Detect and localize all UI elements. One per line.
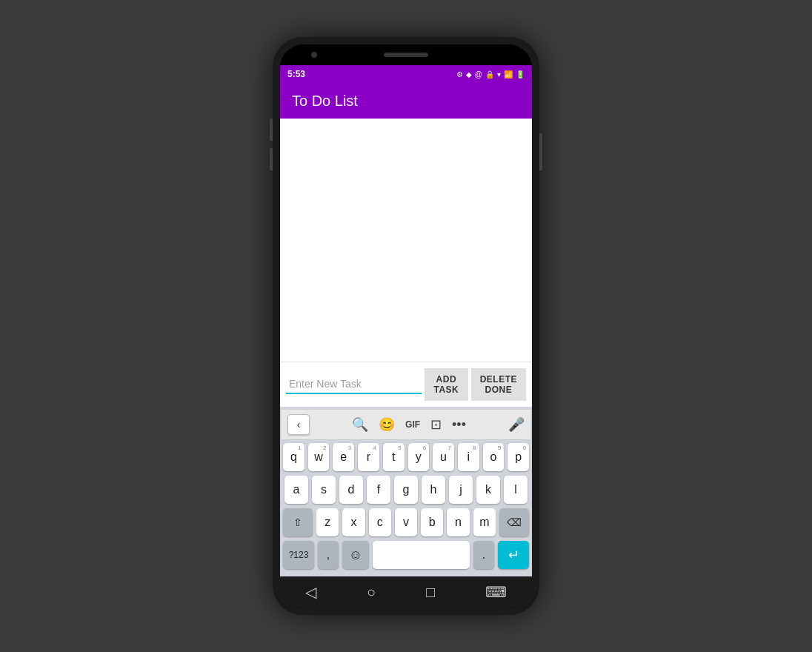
speaker: [384, 53, 428, 57]
keyboard-row-4: ?123 , ☺ . ↵: [283, 541, 529, 569]
diamond-status-icon: ◆: [466, 70, 472, 79]
signal-status-icon: 📶: [504, 70, 513, 79]
key-t[interactable]: 5t: [383, 443, 405, 471]
more-icon[interactable]: •••: [452, 417, 466, 433]
keyboard-back-button[interactable]: ‹: [287, 414, 310, 435]
backspace-key[interactable]: ⌫: [499, 508, 529, 536]
key-p[interactable]: 0p: [508, 443, 529, 471]
app-title: To Do List: [292, 93, 358, 110]
key-y-num: 6: [423, 445, 426, 451]
keyboard-row-1: 1q 2w 3e 4r 5t 6y 7u 8i 9o 0p: [283, 443, 529, 471]
app-bar: To Do List: [280, 83, 532, 119]
key-e-num: 3: [348, 445, 351, 451]
key-y[interactable]: 6y: [408, 443, 430, 471]
camera-dot: [311, 52, 317, 58]
enter-key[interactable]: ↵: [498, 541, 529, 569]
keyboard-rows: 1q 2w 3e 4r 5t 6y 7u 8i 9o 0p a s d f: [282, 440, 530, 573]
home-nav-button[interactable]: ○: [367, 584, 376, 601]
status-time: 5:53: [287, 69, 305, 79]
key-w[interactable]: 2w: [308, 443, 330, 471]
key-f[interactable]: f: [367, 476, 390, 504]
key-o-num: 9: [498, 445, 501, 451]
key-i[interactable]: 8i: [458, 443, 479, 471]
comma-key[interactable]: ,: [318, 541, 339, 569]
key-m[interactable]: m: [473, 508, 496, 536]
num-toggle-key[interactable]: ?123: [283, 541, 314, 569]
key-i-num: 8: [473, 445, 476, 451]
period-key[interactable]: .: [473, 541, 494, 569]
key-e[interactable]: 3e: [333, 443, 354, 471]
key-t-num: 5: [398, 445, 401, 451]
key-l[interactable]: l: [504, 476, 528, 504]
key-k[interactable]: k: [476, 476, 500, 504]
space-key[interactable]: [373, 541, 470, 569]
phone-device: 5:53 ⚙ ◆ @ 🔒 ▾ 📶 🔋 To Do List ADD TASK D…: [273, 37, 539, 615]
key-n[interactable]: n: [447, 508, 469, 536]
keyboard-toolbar-left: 🔍 😊 GIF ⊡ •••: [352, 416, 466, 433]
shift-key[interactable]: ⇧: [283, 508, 313, 536]
phone-screen: 5:53 ⚙ ◆ @ 🔒 ▾ 📶 🔋 To Do List ADD TASK D…: [280, 44, 532, 608]
task-list-content: [280, 119, 532, 362]
key-b[interactable]: b: [421, 508, 443, 536]
key-u[interactable]: 7u: [433, 443, 454, 471]
key-a[interactable]: a: [284, 476, 308, 504]
keyboard-row-2: a s d f g h j k l: [283, 476, 529, 504]
keyboard-toolbar: ‹ 🔍 😊 GIF ⊡ ••• 🎤: [282, 410, 530, 440]
wifi-status-icon: ▾: [497, 70, 501, 79]
key-j[interactable]: j: [449, 476, 473, 504]
phone-top-bar: [280, 44, 532, 65]
key-o[interactable]: 9o: [483, 443, 505, 471]
keyboard-nav-button[interactable]: ⌨: [485, 583, 507, 601]
nav-bar: ◁ ○ □ ⌨: [280, 576, 532, 608]
task-input[interactable]: [286, 375, 422, 394]
lock-status-icon: 🔒: [485, 70, 494, 79]
key-r-num: 4: [373, 445, 376, 451]
mic-icon[interactable]: 🎤: [508, 416, 525, 433]
settings-status-icon: ⚙: [456, 70, 463, 79]
power-button[interactable]: [539, 133, 542, 170]
delete-done-button[interactable]: DELETE DONE: [471, 368, 526, 401]
at-status-icon: @: [475, 70, 482, 79]
key-z[interactable]: z: [316, 508, 339, 536]
keyboard-toolbar-right: 🎤: [508, 416, 525, 433]
recents-nav-button[interactable]: □: [426, 584, 435, 601]
key-s[interactable]: s: [312, 476, 336, 504]
emoji-key[interactable]: ☺: [342, 541, 369, 569]
volume-down-button[interactable]: [270, 148, 273, 170]
key-x[interactable]: x: [342, 508, 365, 536]
battery-status-icon: 🔋: [516, 70, 525, 79]
key-q-num: 1: [298, 445, 301, 451]
key-v[interactable]: v: [395, 508, 417, 536]
keyboard: ‹ 🔍 😊 GIF ⊡ ••• 🎤 1q 2w 3e 4r: [280, 407, 532, 576]
translate-icon[interactable]: ⊡: [430, 416, 442, 433]
add-task-button[interactable]: ADD TASK: [425, 368, 468, 401]
key-r[interactable]: 4r: [358, 443, 379, 471]
key-c[interactable]: c: [369, 508, 391, 536]
keyboard-row-3: ⇧ z x c v b n m ⌫: [283, 508, 529, 536]
key-d[interactable]: d: [339, 476, 363, 504]
gif-icon[interactable]: GIF: [405, 419, 420, 430]
input-row: ADD TASK DELETE DONE: [280, 362, 532, 407]
key-w-num: 2: [323, 445, 326, 451]
back-nav-button[interactable]: ◁: [305, 583, 316, 601]
status-icons: ⚙ ◆ @ 🔒 ▾ 📶 🔋: [456, 70, 525, 79]
key-h[interactable]: h: [422, 476, 445, 504]
key-p-num: 0: [523, 445, 526, 451]
key-u-num: 7: [447, 445, 450, 451]
key-q[interactable]: 1q: [283, 443, 304, 471]
volume-up-button[interactable]: [270, 119, 273, 141]
status-bar: 5:53 ⚙ ◆ @ 🔒 ▾ 📶 🔋: [280, 65, 532, 83]
search-icon[interactable]: 🔍: [352, 416, 368, 433]
key-g[interactable]: g: [394, 476, 418, 504]
sticker-icon[interactable]: 😊: [379, 416, 395, 433]
